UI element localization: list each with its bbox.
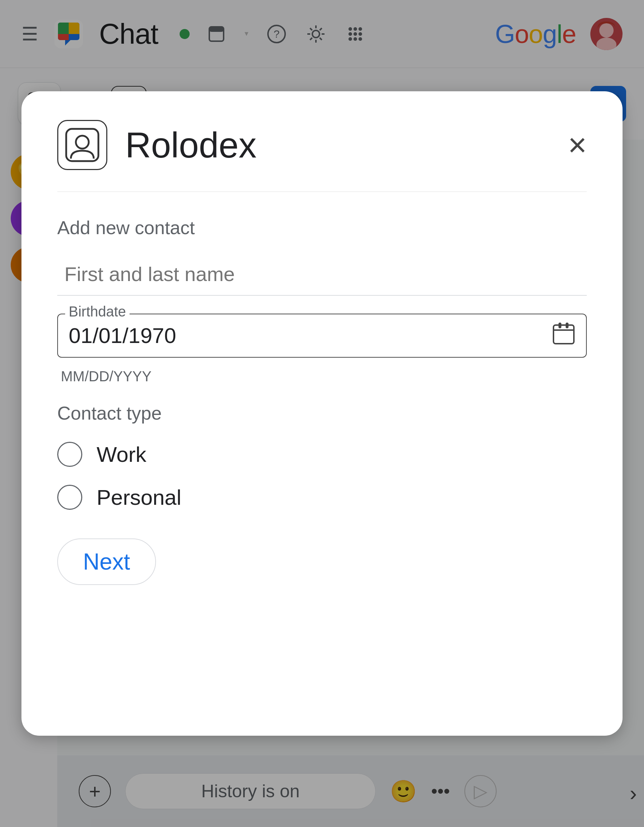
birthdate-format: MM/DD/YYYY [57,368,587,384]
name-input[interactable] [57,253,587,296]
birthdate-row: 01/01/1970 [69,321,575,350]
next-button[interactable]: Next [57,538,156,585]
svg-rect-33 [554,325,574,344]
radio-label-work: Work [96,442,146,467]
modal-form: Add new contact Birthdate 01/01/1970 [57,217,587,585]
birthdate-label: Birthdate [65,304,129,320]
modal-bot-icon [57,120,107,170]
birthdate-value: 01/01/1970 [69,323,176,348]
svg-point-32 [76,136,89,148]
radio-group: Work Personal [57,442,587,510]
calendar-picker-icon[interactable] [552,321,575,350]
modal-header: Rolodex × [57,120,587,192]
section-label: Add new contact [57,217,587,239]
radio-label-personal: Personal [96,485,181,510]
modal-overlay[interactable]: Rolodex × Add new contact Birthdate 01/0… [0,0,644,827]
svg-rect-35 [558,323,562,328]
modal-title: Rolodex [125,125,550,166]
radio-item-personal[interactable]: Personal [57,485,587,510]
radio-circle-work[interactable] [57,442,82,467]
close-icon[interactable]: × [568,129,587,161]
rolodex-modal: Rolodex × Add new contact Birthdate 01/0… [22,91,622,736]
birthdate-container: Birthdate 01/01/1970 [57,314,587,358]
contact-type-label: Contact type [57,403,587,424]
radio-item-work[interactable]: Work [57,442,587,467]
svg-rect-36 [566,323,568,328]
radio-circle-personal[interactable] [57,485,82,510]
name-input-container [57,253,587,296]
